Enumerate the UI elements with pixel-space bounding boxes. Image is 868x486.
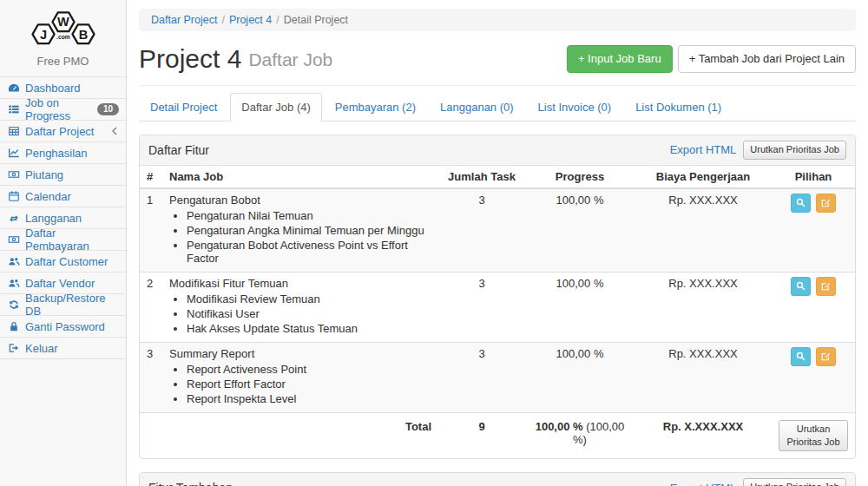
table-row: 1 Pengaturan Bobot Pengaturan Nilai Temu… (140, 188, 855, 273)
sidebar-item-daftar-customer[interactable]: Daftar Customer (0, 251, 126, 273)
edit-icon (820, 280, 832, 292)
actions-cell (772, 188, 855, 273)
urutkan-prioritas-job-button[interactable]: Urutkan Prioritas Job (779, 420, 848, 452)
sidebar-item-calendar[interactable]: Calendar (0, 186, 126, 207)
biaya-cell: Rp. XXX.XXX (635, 188, 772, 273)
job-subitem: Report Activeness Point (187, 363, 431, 376)
job-name: Modifikasi Fitur Temuan (169, 277, 288, 290)
breadcrumb-current: Detail Project (284, 14, 348, 26)
panel-title: Fitur Tambahan (148, 481, 233, 486)
brand-logo[interactable]: J W B .com (0, 0, 126, 53)
breadcrumb-separator: / (217, 14, 228, 26)
actions-cell (772, 272, 855, 342)
table-icon (7, 125, 20, 138)
sidebar-item-daftar-project[interactable]: Daftar Project (0, 121, 126, 142)
job-subitem: Hak Akses Update Status Temuan (187, 322, 431, 335)
table-row: 3 Summary Report Report Activeness Point… (140, 342, 855, 412)
list-icon (7, 103, 20, 116)
sidebar-menu: Dashboard Job on Progress 10 Daftar Proj… (0, 76, 126, 359)
job-subitem: Pengaturan Bobot Activeness Point vs Eff… (187, 239, 431, 265)
edit-job-button[interactable] (816, 194, 836, 213)
job-name: Summary Report (169, 347, 254, 360)
progress-cell: 100,00 % (525, 342, 635, 412)
tab-daftar-job[interactable]: Daftar Job (4) (230, 93, 321, 122)
total-label: Total (162, 412, 438, 458)
edit-job-button[interactable] (816, 347, 836, 366)
svg-text:W: W (57, 15, 69, 29)
daftar-fitur-panel: Daftar Fitur Export HTML Urutkan Priorit… (139, 135, 856, 459)
job-subitem: Pengaturan Angka Minimal Temuan per Ming… (187, 224, 431, 237)
progress-cell: 100,00 % (525, 188, 635, 273)
lock-icon (7, 320, 20, 333)
column-header-pilihan: Pilihan (772, 166, 855, 188)
tab-list-invoice[interactable]: List Invoice (0) (527, 93, 623, 122)
job-subitems: Report Activeness Point Report Effort Fa… (169, 363, 431, 405)
search-icon (795, 351, 806, 362)
job-name-cell: Pengaturan Bobot Pengaturan Nilai Temuan… (162, 188, 438, 273)
sidebar-item-label: Daftar Project (25, 125, 94, 138)
job-subitem: Pengaturan Nilai Temuan (187, 209, 431, 222)
sidebar-item-label: Daftar Pembayaran (25, 227, 119, 253)
sidebar-item-daftar-pembayaran[interactable]: Daftar Pembayaran (0, 229, 126, 251)
sidebar-item-label: Daftar Customer (25, 255, 108, 268)
sidebar-item-label: Langganan (25, 212, 82, 225)
sidebar-item-piutang[interactable]: Piutang (0, 164, 126, 186)
tab-detail-project[interactable]: Detail Project (139, 93, 228, 122)
page-title: Project 4 (139, 46, 241, 72)
tab-pembayaran[interactable]: Pembayaran (2) (324, 93, 427, 122)
brand-name: Free PMO (0, 53, 126, 76)
job-subitems: Modifikasi Review Temuan Notifikasi User… (169, 292, 431, 335)
sidebar-item-label: Dashboard (25, 82, 81, 95)
tab-list-dokumen[interactable]: List Dokumen (1) (624, 93, 733, 122)
sidebar-item-label: Ganti Password (25, 320, 105, 333)
edit-job-button[interactable] (816, 277, 836, 296)
view-job-button[interactable] (791, 194, 811, 213)
panel-title: Daftar Fitur (148, 143, 209, 157)
view-job-button[interactable] (791, 347, 811, 366)
job-subitem: Notifikasi User (187, 307, 431, 320)
export-html-link[interactable]: Export HTML (670, 482, 737, 486)
tambah-job-dari-project-lain-button[interactable]: + Tambah Job dari Project Lain (678, 45, 856, 73)
total-row: Total 9 100,00 % (100,00 %) Rp. X.XXX.XX… (140, 412, 855, 458)
view-job-button[interactable] (791, 277, 811, 296)
total-progress: 100,00 % (536, 420, 583, 433)
sign-out-icon (7, 342, 20, 355)
fitur-tambahan-panel: Fitur Tambahan Export HTML Urutkan Prior… (139, 472, 856, 486)
biaya-cell: Rp. XXX.XXX (635, 272, 772, 342)
table-row: 2 Modifikasi Fitur Temuan Modifikasi Rev… (140, 272, 855, 342)
sidebar-item-backup-restore-db[interactable]: Backup/Restore DB (0, 294, 126, 316)
svg-text:J: J (39, 28, 46, 42)
sidebar-item-job-on-progress[interactable]: Job on Progress 10 (0, 99, 126, 121)
job-subitem: Modifikasi Review Temuan (187, 292, 431, 305)
breadcrumb: Daftar Project/Project 4/Detail Project (139, 9, 856, 31)
input-job-baru-button[interactable]: + Input Job Baru (567, 45, 673, 73)
svg-text:B: B (78, 28, 88, 42)
sidebar-item-label: Daftar Vendor (25, 277, 95, 290)
sidebar-item-label: Penghasilan (25, 147, 88, 160)
breadcrumb-link-daftar-project[interactable]: Daftar Project (151, 14, 217, 26)
money-icon (7, 233, 20, 246)
users-icon (7, 277, 20, 290)
urutkan-prioritas-job-button[interactable]: Urutkan Prioritas Job (743, 478, 846, 486)
daftar-fitur-table: # Nama Job Jumlah Task Progress Biaya Pe… (140, 166, 855, 459)
breadcrumb-separator: / (272, 14, 283, 26)
money-icon (7, 168, 20, 181)
jwb-hexagon-logo-icon: J W B .com (25, 7, 102, 49)
job-subitem: Report Inspekta Level (187, 392, 431, 405)
search-icon (795, 197, 806, 208)
sidebar-item-keluar[interactable]: Keluar (0, 338, 126, 359)
job-subitem: Report Effort Factor (187, 378, 431, 391)
column-header-progress: Progress (525, 166, 635, 188)
sidebar-item-label: Piutang (25, 168, 63, 181)
row-number: 1 (140, 188, 162, 273)
urutkan-prioritas-job-button[interactable]: Urutkan Prioritas Job (743, 141, 846, 159)
chevron-left-icon (110, 126, 119, 136)
tab-langganan[interactable]: Langganan (0) (429, 93, 525, 122)
breadcrumb-link-project-4[interactable]: Project 4 (229, 14, 272, 26)
sidebar-item-penghasilan[interactable]: Penghasilan (0, 142, 126, 164)
export-html-link[interactable]: Export HTML (670, 143, 737, 156)
sidebar-item-ganti-password[interactable]: Ganti Password (0, 316, 126, 338)
daftar-fitur-heading: Daftar Fitur Export HTML Urutkan Priorit… (140, 135, 855, 165)
page-subtitle: Daftar Job (248, 50, 332, 69)
job-name: Pengaturan Bobot (169, 194, 260, 207)
